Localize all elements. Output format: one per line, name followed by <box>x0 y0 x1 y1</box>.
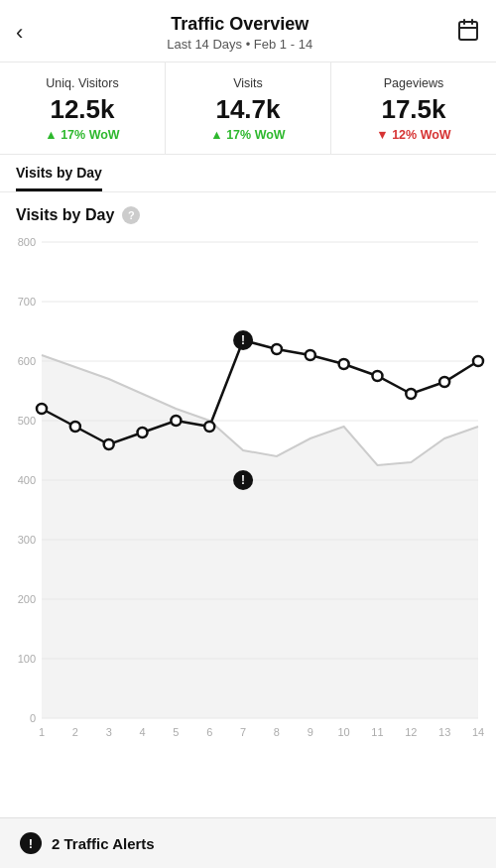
stat-wow-visitors: ▲ 17% WoW <box>8 128 157 142</box>
header-center: Traffic Overview Last 14 Days • Feb 1 - … <box>31 14 448 52</box>
svg-point-40 <box>171 416 181 426</box>
svg-point-39 <box>138 428 148 437</box>
stat-label-visits: Visits <box>174 76 322 90</box>
svg-point-41 <box>204 422 214 432</box>
svg-point-43 <box>272 344 282 354</box>
chart-svg: 0100200300400500600700800123456789101112… <box>0 232 496 758</box>
page-subtitle: Last 14 Days • Feb 1 - 14 <box>31 37 448 52</box>
svg-point-48 <box>439 377 449 387</box>
stat-pageviews: Pageviews 17.5k ▼ 12% WoW <box>331 62 496 154</box>
svg-point-37 <box>70 422 80 432</box>
svg-text:10: 10 <box>337 726 349 738</box>
svg-text:8: 8 <box>274 726 280 738</box>
svg-text:2: 2 <box>72 726 78 738</box>
chart-container: 0100200300400500600700800123456789101112… <box>0 232 496 758</box>
svg-text:600: 600 <box>18 355 36 367</box>
svg-text:4: 4 <box>139 726 145 738</box>
svg-text:100: 100 <box>18 653 36 665</box>
svg-text:0: 0 <box>30 712 36 724</box>
page-title: Traffic Overview <box>31 14 448 35</box>
stat-uniq-visitors: Uniq. Visitors 12.5k ▲ 17% WoW <box>0 62 166 154</box>
svg-text:700: 700 <box>18 296 36 308</box>
svg-text:!: ! <box>241 473 245 487</box>
stat-label-visitors: Uniq. Visitors <box>8 76 157 90</box>
help-icon[interactable]: ? <box>122 206 140 224</box>
chart-section: Visits by Day ? 010020030040050060070080… <box>0 192 496 758</box>
svg-text:500: 500 <box>18 415 36 427</box>
stat-visits: Visits 14.7k ▲ 17% WoW <box>166 62 331 154</box>
svg-text:!: ! <box>241 333 245 347</box>
stat-wow-pageviews: ▼ 12% WoW <box>339 128 488 142</box>
svg-point-36 <box>37 404 47 414</box>
svg-point-49 <box>473 356 483 366</box>
svg-text:800: 800 <box>18 236 36 248</box>
alert-bar[interactable]: ! 2 Traffic Alerts <box>0 817 496 868</box>
svg-point-45 <box>339 359 349 369</box>
svg-text:6: 6 <box>206 726 212 738</box>
svg-text:200: 200 <box>18 593 36 605</box>
svg-point-44 <box>306 350 315 360</box>
svg-text:12: 12 <box>405 726 417 738</box>
svg-point-38 <box>104 439 114 449</box>
chart-header: Visits by Day ? <box>0 206 496 224</box>
svg-text:13: 13 <box>438 726 450 738</box>
stat-value-visits: 14.7k <box>174 94 322 125</box>
svg-text:7: 7 <box>240 726 246 738</box>
alert-icon: ! <box>20 832 42 854</box>
alert-text: 2 Traffic Alerts <box>52 835 155 852</box>
svg-text:300: 300 <box>18 534 36 546</box>
back-button[interactable]: ‹ <box>16 16 31 50</box>
calendar-icon[interactable] <box>448 14 480 52</box>
svg-rect-0 <box>459 22 477 40</box>
svg-text:9: 9 <box>308 726 313 738</box>
svg-point-47 <box>406 389 416 399</box>
svg-text:14: 14 <box>472 726 484 738</box>
stat-value-pageviews: 17.5k <box>339 94 488 125</box>
stat-value-visitors: 12.5k <box>8 94 157 125</box>
tab-bar: Visits by Day <box>0 155 496 192</box>
stats-row: Uniq. Visitors 12.5k ▲ 17% WoW Visits 14… <box>0 62 496 155</box>
header: ‹ Traffic Overview Last 14 Days • Feb 1 … <box>0 0 496 62</box>
svg-text:3: 3 <box>106 726 112 738</box>
svg-text:1: 1 <box>39 726 45 738</box>
svg-text:5: 5 <box>173 726 179 738</box>
stat-wow-visits: ▲ 17% WoW <box>174 128 322 142</box>
svg-point-46 <box>372 371 382 381</box>
svg-text:400: 400 <box>18 474 36 486</box>
stat-label-pageviews: Pageviews <box>339 76 488 90</box>
svg-text:11: 11 <box>371 726 383 738</box>
tab-visits-by-day[interactable]: Visits by Day <box>16 155 102 191</box>
chart-title: Visits by Day <box>16 206 114 224</box>
